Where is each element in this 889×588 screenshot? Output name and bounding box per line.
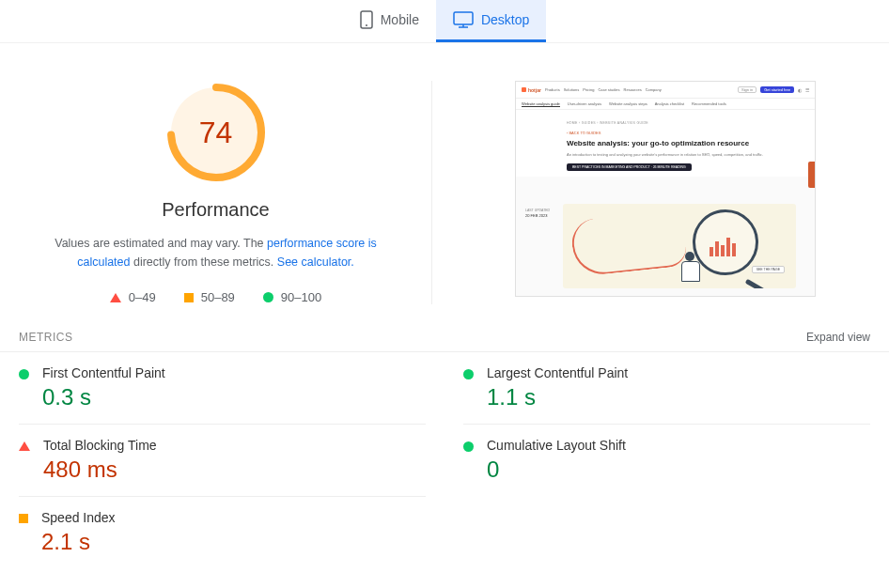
menu-icon: ☰ <box>805 87 809 93</box>
pv-back: ‹ BACK TO GUIDES <box>567 131 768 135</box>
pv-breadcrumb: HOME › GUIDES › WEBSITE ANALYSIS GUIDE <box>567 121 768 125</box>
pv-pill: BEST PRACTICES IN MARKETING AND PRODUCT … <box>567 163 692 171</box>
triangle-red-icon <box>110 293 121 302</box>
page-preview-panel: hotjar Products Solutions Pricing Case s… <box>460 81 870 304</box>
metric-value: 0 <box>487 456 626 483</box>
pv-date-value: 20 FEB 2023 <box>525 213 550 218</box>
triangle-red-icon <box>19 441 30 451</box>
perf-desc-text: Values are estimated and may vary. The <box>55 237 267 250</box>
svg-rect-2 <box>454 12 473 24</box>
circle-green-icon <box>19 369 29 379</box>
metric-name: Cumulative Layout Shift <box>487 438 626 453</box>
preview-illustration: SEE THE PAGE <box>563 204 796 288</box>
pv-nav-item: Company <box>646 87 662 92</box>
person-icon <box>676 252 704 285</box>
performance-gauge: 74 <box>164 81 268 184</box>
tab-desktop[interactable]: Desktop <box>436 0 546 42</box>
pv-subnav-item: Website analysis steps <box>609 101 647 106</box>
pv-date: LAST UPDATED 20 FEB 2023 <box>525 209 550 218</box>
metric-lcp[interactable]: Largest Contentful Paint 1.1 s <box>463 352 870 424</box>
metrics-title: METRICS <box>19 331 73 344</box>
page-screenshot[interactable]: hotjar Products Solutions Pricing Case s… <box>515 81 816 297</box>
metrics-grid: First Contentful Paint 0.3 s Largest Con… <box>0 352 889 568</box>
pv-subnav-item: User-driven analysis <box>568 101 601 106</box>
magnifier-handle-icon <box>745 279 772 288</box>
pv-illus-button: SEE THE PAGE <box>752 266 785 273</box>
tab-mobile[interactable]: Mobile <box>343 0 436 42</box>
preview-header: hotjar Products Solutions Pricing Case s… <box>516 82 815 99</box>
see-calculator-link[interactable]: See calculator. <box>277 255 354 269</box>
pv-date-label: LAST UPDATED <box>525 209 550 213</box>
mobile-icon <box>360 10 373 29</box>
metric-name: Largest Contentful Paint <box>487 365 628 380</box>
metric-value: 1.1 s <box>487 384 628 410</box>
pv-subnav-item: Analysis checklist <box>655 101 684 106</box>
summary-row: 74 Performance Values are estimated and … <box>0 43 889 323</box>
preview-logo: hotjar <box>522 87 541 93</box>
preview-subnav: Website analysis guide User-driven analy… <box>516 99 815 110</box>
bar-chart-icon <box>710 230 747 256</box>
preview-body: HOME › GUIDES › WEBSITE ANALYSIS GUIDE ‹… <box>516 110 815 177</box>
legend-avg-label: 50–89 <box>201 290 235 304</box>
pv-nav-item: Products <box>545 87 560 92</box>
metric-cls[interactable]: Cumulative Layout Shift 0 <box>463 424 870 496</box>
legend-average: 50–89 <box>184 290 235 304</box>
pv-heading: Website analysis: your go-to optimizatio… <box>567 139 768 148</box>
legend-fail: 0–49 <box>110 290 156 304</box>
square-orange-icon <box>19 514 28 523</box>
pv-subnav-item: Website analysis guide <box>522 101 560 107</box>
tab-desktop-label: Desktop <box>481 12 529 27</box>
expand-view-button[interactable]: Expand view <box>806 331 870 344</box>
metrics-header: METRICS Expand view <box>0 323 889 352</box>
metric-value: 2.1 s <box>41 529 116 555</box>
tab-mobile-label: Mobile <box>381 12 419 27</box>
circle-green-icon <box>263 292 273 302</box>
perf-desc-text2: directly from these metrics. <box>131 255 277 269</box>
pv-nav-item: Resources <box>624 87 642 92</box>
performance-title: Performance <box>162 199 270 221</box>
pv-subtitle: An introduction to testing and analyzing… <box>567 152 768 158</box>
legend-fail-label: 0–49 <box>129 290 156 304</box>
metric-name: First Contentful Paint <box>42 365 165 380</box>
pv-signin: Sign in <box>738 86 756 93</box>
square-orange-icon <box>184 293 194 302</box>
metric-value: 0.3 s <box>42 384 165 410</box>
score-legend: 0–49 50–89 90–100 <box>110 290 321 304</box>
preview-nav: Products Solutions Pricing Case studies … <box>545 87 662 92</box>
performance-score: 74 <box>164 81 268 184</box>
pv-nav-item: Case studies <box>598 87 619 92</box>
metric-fcp[interactable]: First Contentful Paint 0.3 s <box>19 352 426 424</box>
metric-name: Total Blocking Time <box>43 438 157 453</box>
legend-pass: 90–100 <box>263 290 321 304</box>
legend-pass-label: 90–100 <box>281 290 321 304</box>
pv-nav-item: Pricing <box>583 87 594 92</box>
globe-icon: ◐ <box>798 87 802 93</box>
metric-name: Speed Index <box>41 510 116 525</box>
pv-nav-item: Solutions <box>564 87 579 92</box>
performance-panel: 74 Performance Values are estimated and … <box>19 81 432 304</box>
feedback-tab-icon <box>808 162 815 188</box>
circle-green-icon <box>463 369 474 379</box>
device-tabs: Mobile Desktop <box>0 0 889 43</box>
metric-tbt[interactable]: Total Blocking Time 480 ms <box>19 424 426 496</box>
metric-value: 480 ms <box>43 456 157 483</box>
metric-si[interactable]: Speed Index 2.1 s <box>19 496 426 568</box>
pv-cta: Get started free <box>760 86 794 93</box>
desktop-icon <box>453 11 474 28</box>
circle-green-icon <box>463 441 474 452</box>
pv-subnav-item: Recommended tools <box>692 101 726 106</box>
svg-point-1 <box>366 24 367 26</box>
performance-description: Values are estimated and may vary. The p… <box>28 234 404 271</box>
swirl-icon <box>569 209 688 277</box>
